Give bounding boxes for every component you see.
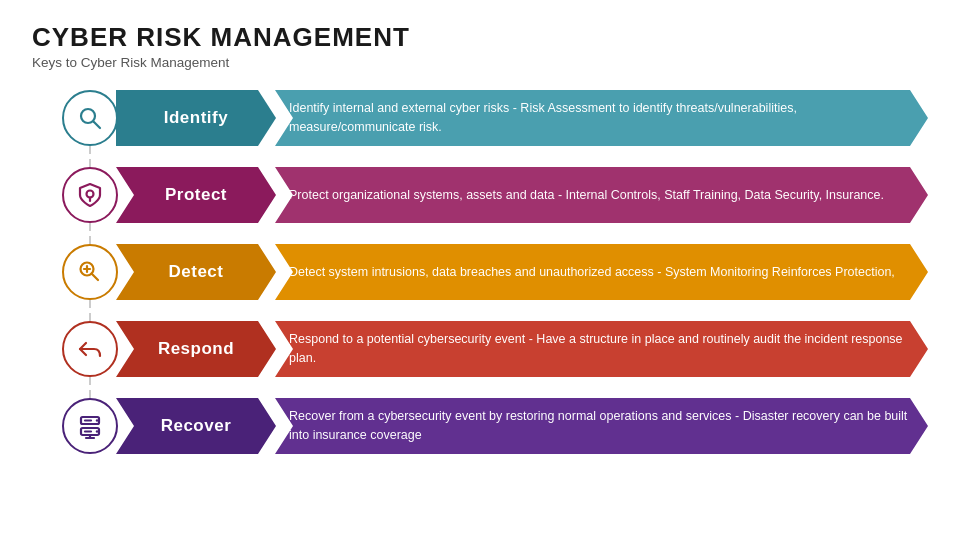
- svg-line-5: [92, 274, 99, 281]
- respond-desc-text: Respond to a potential cybersecurity eve…: [289, 330, 908, 368]
- protect-arrow-band: Protect: [116, 167, 276, 223]
- identify-desc-box: Identify internal and external cyber ris…: [275, 90, 928, 146]
- protect-label: Protect: [116, 167, 276, 223]
- respond-desc-box: Respond to a potential cybersecurity eve…: [275, 321, 928, 377]
- recover-icon-circle: [62, 398, 118, 454]
- svg-point-10: [96, 419, 98, 421]
- detect-arrow-band: Detect: [116, 244, 276, 300]
- row-identify: IdentifyIdentify internal and external c…: [32, 82, 928, 154]
- subtitle: Keys to Cyber Risk Management: [32, 55, 928, 70]
- detect-icon-circle: [62, 244, 118, 300]
- page: CYBER RISK MANAGEMENT Keys to Cyber Risk…: [0, 0, 960, 540]
- row-recover: RecoverRecover from a cybersecurity even…: [32, 390, 928, 462]
- identify-label: Identify: [116, 90, 276, 146]
- row-protect: ProtectProtect organizational systems, a…: [32, 159, 928, 231]
- identify-icon-circle: [62, 90, 118, 146]
- respond-label: Respond: [116, 321, 276, 377]
- recover-label: Recover: [116, 398, 276, 454]
- protect-icon-circle: [62, 167, 118, 223]
- main-title: CYBER RISK MANAGEMENT: [32, 22, 928, 53]
- rows-container: IdentifyIdentify internal and external c…: [32, 82, 928, 522]
- respond-arrow-band: Respond: [116, 321, 276, 377]
- svg-point-11: [96, 430, 98, 432]
- respond-icon-circle: [62, 321, 118, 377]
- row-detect: DetectDetect system intrusions, data bre…: [32, 236, 928, 308]
- identify-arrow-band: Identify: [116, 90, 276, 146]
- recover-arrow-band: Recover: [116, 398, 276, 454]
- recover-desc-box: Recover from a cybersecurity event by re…: [275, 398, 928, 454]
- identify-desc-text: Identify internal and external cyber ris…: [289, 99, 908, 137]
- protect-desc-box: Protect organizational systems, assets a…: [275, 167, 928, 223]
- detect-label: Detect: [116, 244, 276, 300]
- detect-desc-text: Detect system intrusions, data breaches …: [289, 263, 895, 282]
- recover-desc-text: Recover from a cybersecurity event by re…: [289, 407, 908, 445]
- protect-desc-text: Protect organizational systems, assets a…: [289, 186, 884, 205]
- detect-desc-box: Detect system intrusions, data breaches …: [275, 244, 928, 300]
- row-respond: RespondRespond to a potential cybersecur…: [32, 313, 928, 385]
- svg-line-1: [94, 122, 101, 129]
